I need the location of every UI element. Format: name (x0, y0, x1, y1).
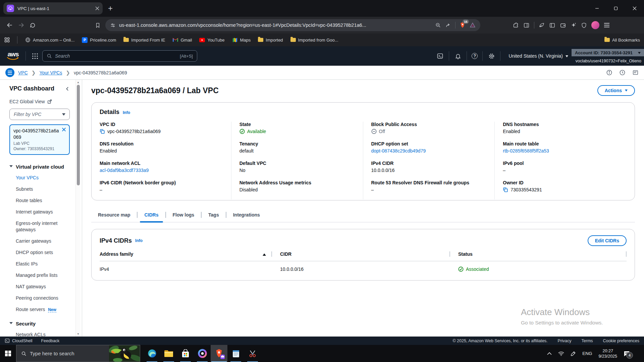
aws-search-input[interactable] (55, 53, 177, 59)
taskbar-search[interactable] (16, 345, 140, 362)
details-info-link[interactable]: Info (123, 110, 130, 115)
sidebar-toggle-icon[interactable] (549, 22, 555, 28)
all-bookmarks[interactable]: All Bookmarks (604, 38, 640, 43)
scrollbar-thumb[interactable] (77, 85, 80, 185)
privacy-link[interactable]: Privacy (558, 339, 572, 343)
reload-icon[interactable] (27, 19, 38, 31)
settings-gear-icon[interactable] (487, 53, 495, 59)
taskbar-file-explorer[interactable] (160, 345, 177, 362)
scroll-up-icon[interactable]: ▲ (76, 81, 80, 84)
cloudshell-icon[interactable] (436, 53, 444, 59)
sidebar-item-internet-gateways[interactable]: Internet gateways (9, 209, 70, 215)
bookmark-maps[interactable]: Maps (232, 37, 251, 43)
url-bar[interactable]: us-east-1.console.aws.amazon.com/vpccons… (105, 19, 480, 31)
account-id-bar[interactable]: Account ID: 7303-3554-3291 (572, 49, 644, 56)
bookmark-priceline[interactable]: PPriceline.com (82, 37, 116, 43)
wallet-icon[interactable] (560, 22, 566, 28)
sidebar-item-egress-only[interactable]: Egress-only internet gateways (9, 220, 70, 233)
filter-by-vpc-select[interactable]: Filter by VPC (9, 109, 70, 120)
info-icon[interactable] (606, 69, 612, 76)
language-indicator[interactable]: ENG (582, 351, 592, 356)
sidebar-item-carrier-gateways[interactable]: Carrier gateways (9, 238, 70, 244)
search-highlight-image[interactable] (109, 345, 140, 362)
services-grid-icon[interactable] (32, 53, 38, 59)
scroll-down-icon[interactable]: ▼ (76, 333, 80, 336)
history-clock-icon[interactable] (619, 69, 626, 76)
bookmark-imported-ie[interactable]: Imported From IE (123, 38, 165, 43)
help-icon[interactable]: ? (472, 53, 478, 59)
sidebar-item-nat-gateways[interactable]: NAT gateways (9, 284, 70, 290)
terms-link[interactable]: Terms (582, 339, 593, 343)
copy-icon[interactable] (100, 129, 105, 134)
feedback-button[interactable]: Feedback (41, 339, 59, 343)
close-window-button[interactable] (625, 0, 644, 17)
cookie-preferences-link[interactable]: Cookie preferences (603, 339, 639, 343)
cloudshell-footer-button[interactable]: CloudShell (5, 338, 32, 343)
sidebar-item-elastic-ips[interactable]: Elastic IPs (9, 261, 70, 267)
sidebar-item-subnets[interactable]: Subnets (9, 186, 70, 192)
field-value-link[interactable]: dopt-087438c29cdb49d79 (371, 148, 487, 154)
sparkle-icon[interactable] (571, 22, 577, 28)
taskbar-brave[interactable] (211, 345, 227, 362)
side-panel-icon[interactable] (523, 22, 530, 28)
sidebar-item-your-vpcs[interactable]: Your VPCs (9, 175, 70, 181)
start-button[interactable] (0, 345, 16, 362)
sidebar-item-dhcp-option-sets[interactable]: DHCP option sets (9, 249, 70, 256)
site-settings-icon[interactable] (110, 22, 116, 28)
tab-tags[interactable]: Tags (202, 210, 226, 222)
tab-integrations[interactable]: Integrations (226, 210, 267, 222)
apps-grid-icon[interactable] (4, 37, 10, 43)
column-cidr[interactable]: CIDR (272, 251, 450, 257)
browser-menu-icon[interactable] (604, 22, 610, 28)
field-value-link[interactable]: acl-0daf9ba3cdf7333a9 (100, 168, 223, 173)
cidr-table-row[interactable]: IPv4 10.0.0.0/16 Associated (100, 261, 627, 278)
field-value-link[interactable]: rtb-0285f6588f5ff2a53 (503, 148, 619, 154)
breadcrumb-your-vpcs[interactable]: Your VPCs (39, 70, 62, 75)
service-menu-icon[interactable] (5, 68, 14, 77)
account-menu[interactable]: Account ID: 7303-3554-3291 voclabs/user4… (572, 46, 644, 66)
tray-expand-icon[interactable] (547, 352, 552, 355)
zoom-out-icon[interactable] (435, 22, 441, 28)
tab-flow-logs[interactable]: Flow logs (166, 210, 201, 222)
aws-logo[interactable]: aws (7, 52, 19, 60)
sort-ascending-icon[interactable] (263, 252, 266, 256)
tab-cidrs[interactable]: CIDRs (138, 210, 165, 222)
notifications-bell-icon[interactable] (454, 53, 462, 59)
bookmark-gmail[interactable]: Gmail (172, 37, 192, 43)
cidrs-info-link[interactable]: Info (135, 238, 143, 243)
forward-icon[interactable] (15, 19, 27, 31)
leo-ai-icon[interactable] (539, 22, 545, 28)
tab-close-icon[interactable] (95, 6, 99, 10)
taskbar-edge[interactable] (144, 345, 160, 362)
bookmark-youtube[interactable]: YouTube (199, 37, 224, 43)
ec2-global-view-link[interactable]: EC2 Global View (9, 99, 70, 104)
selected-vpc-chip[interactable]: vpc-04395278b21a6a069 Lab VPC Owner: 730… (9, 124, 70, 155)
privacy-shield-icon[interactable] (581, 22, 587, 28)
maximize-button[interactable] (606, 0, 625, 17)
taskbar-notepad[interactable] (227, 345, 244, 362)
section-virtual-private-cloud[interactable]: Virtual private cloud (9, 164, 70, 170)
aws-search-box[interactable]: [Alt+S] (42, 50, 197, 62)
taskbar-store[interactable] (177, 345, 194, 362)
pen-icon[interactable] (571, 351, 576, 356)
bookmark-imported-goo[interactable]: Imported from Goo... (290, 38, 338, 43)
taskbar-copilot[interactable] (194, 345, 211, 362)
brave-rewards-icon[interactable] (470, 22, 476, 28)
collapse-sidebar-icon[interactable] (65, 86, 70, 91)
minimize-button[interactable] (588, 0, 606, 17)
url-text[interactable]: us-east-1.console.aws.amazon.com/vpccons… (119, 22, 432, 28)
back-icon[interactable] (4, 19, 15, 31)
region-selector[interactable]: United States (N. Virginia) (508, 53, 568, 59)
notifications-panel-icon[interactable] (632, 69, 639, 76)
bookmark-imported[interactable]: Imported (258, 38, 283, 43)
action-center-icon[interactable]: 4 (624, 351, 630, 357)
edit-cidrs-button[interactable]: Edit CIDRs (588, 235, 627, 246)
share-icon[interactable] (445, 22, 451, 28)
profile-avatar[interactable] (591, 21, 599, 29)
browser-tab[interactable]: VPC | us-east-1 (3, 2, 103, 14)
column-address-family[interactable]: Address family (100, 251, 272, 257)
bookmark-icon[interactable] (92, 19, 103, 31)
field-value[interactable]: vpc-04395278b21a6a069 (107, 129, 161, 134)
taskbar-snipping-tool[interactable] (244, 345, 261, 362)
clock[interactable]: 20:27 9/23/2025 (598, 348, 617, 359)
